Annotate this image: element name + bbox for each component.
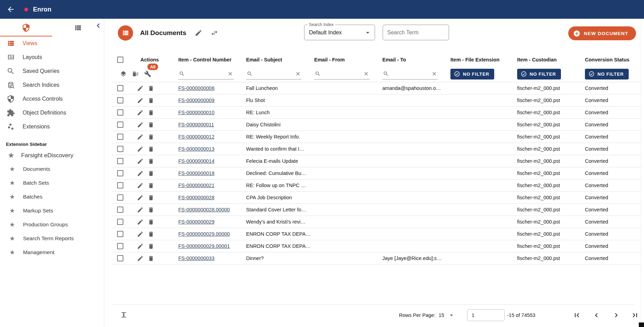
delete-row-button[interactable] [148,231,154,237]
sidebar-item-batches[interactable]: ★ Batches [0,190,104,204]
sidebar-item-production-groups[interactable]: ★ Production Groups [0,218,104,232]
search-term-input[interactable] [383,25,449,40]
edit-row-button[interactable] [137,243,144,250]
delete-row-button[interactable] [148,219,154,225]
row-checkbox[interactable] [117,170,123,176]
row-checkbox[interactable] [117,194,123,201]
edit-view-button[interactable] [195,29,202,37]
edit-row-button[interactable] [137,158,144,165]
sidebar-item-search-indices[interactable]: Search Indices [0,78,104,92]
delete-row-button[interactable] [148,146,154,152]
row-checkbox[interactable] [117,146,123,152]
control-number-link[interactable]: FS-0000000021 [178,183,214,188]
row-checkbox[interactable] [117,109,123,116]
control-number-link[interactable]: FS-0000000029.00000 [178,231,230,237]
bulk-delete-button[interactable] [132,70,139,77]
delete-row-button[interactable] [148,243,154,250]
filter-control-number[interactable] [178,68,234,79]
delete-row-button[interactable] [148,85,154,92]
switch-view-button[interactable] [211,29,218,37]
filter-email-subject[interactable] [246,68,302,79]
sidebar-item-views[interactable]: Views [0,36,104,50]
next-page-button[interactable] [612,311,620,319]
sidebar-item-farsight-ediscovery[interactable]: ★ Farsight eDiscovery [0,149,104,162]
control-number-link[interactable]: FS-0000000029.00001 [178,243,230,249]
back-button[interactable] [6,4,16,15]
sidebar-item-markup-sets[interactable]: ★ Markup Sets [0,204,104,218]
sidebar-collapse-button[interactable] [93,21,103,31]
control-number-link[interactable]: FS-0000000013 [178,146,214,152]
edit-row-button[interactable] [137,231,144,237]
sidebar-item-documents[interactable]: ★ Documents [0,162,104,176]
edit-row-button[interactable] [137,207,144,213]
last-page-button[interactable] [631,311,639,319]
edit-row-button[interactable] [137,109,144,116]
first-page-button[interactable] [573,311,581,319]
row-checkbox[interactable] [117,207,123,213]
edit-row-button[interactable] [137,134,144,140]
control-number-link[interactable]: FS-0000000008 [178,85,214,91]
filter-file-extension-button[interactable]: NO FILTER [450,69,494,79]
sidebar-item-search-term-reports[interactable]: ★ Search Term Reports [0,232,104,245]
row-checkbox[interactable] [117,121,123,128]
control-number-link[interactable]: FS-0000000028.00000 [178,207,230,212]
sidebar-item-object-definitions[interactable]: Object Definitions [0,106,104,120]
delete-row-button[interactable] [148,109,154,116]
clear-filter-icon[interactable] [363,71,369,77]
sidebar-item-access-controls[interactable]: Access Controls [0,92,104,106]
control-number-link[interactable]: FS-0000000011 [178,122,214,127]
row-checkbox[interactable] [117,182,123,188]
row-checkbox[interactable] [117,231,123,237]
filter-email-from[interactable] [314,68,370,79]
edit-row-button[interactable] [137,146,144,152]
row-checkbox[interactable] [117,85,123,91]
fit-height-button[interactable] [120,311,128,319]
page-number-input[interactable] [467,309,505,321]
edit-row-button[interactable] [137,194,144,201]
control-number-link[interactable]: FS-0000000012 [178,134,214,140]
filter-custodian-button[interactable]: NO FILTER [517,69,561,79]
scrollbar-gutter[interactable] [641,19,641,327]
tab-admin[interactable] [0,19,52,36]
row-checkbox[interactable] [117,219,123,225]
row-checkbox[interactable] [117,134,123,140]
row-checkbox[interactable] [117,158,123,164]
delete-row-button[interactable] [148,158,154,165]
delete-row-button[interactable] [148,255,154,262]
previous-page-button[interactable] [592,311,601,319]
edit-row-button[interactable] [137,97,144,104]
clear-filter-icon[interactable] [295,71,301,77]
sidebar-item-layouts[interactable]: Layouts [0,50,104,64]
control-number-link[interactable]: FS-0000000009 [178,98,214,103]
control-number-link[interactable]: FS-0000000010 [178,110,214,115]
control-number-link[interactable]: FS-0000000014 [178,158,214,164]
sidebar-item-saved-queries[interactable]: Saved Queries [0,64,104,78]
clear-filter-icon[interactable] [227,71,233,77]
sidebar-item-management[interactable]: ★ Management [0,245,104,259]
delete-row-button[interactable] [148,182,154,189]
row-checkbox[interactable] [117,243,123,249]
edit-row-button[interactable] [137,121,144,128]
bulk-tools-button[interactable] [144,70,151,77]
delete-row-button[interactable] [148,207,154,213]
delete-row-button[interactable] [148,170,154,177]
search-index-select[interactable]: Search Index Default Index [304,25,375,40]
edit-row-button[interactable] [137,170,144,177]
bulk-layers-button[interactable] [120,70,127,77]
sidebar-item-extensions[interactable]: Extensions [0,120,104,134]
delete-row-button[interactable] [148,134,154,140]
control-number-link[interactable]: FS-0000000018 [178,170,214,176]
filter-conversion-status-button[interactable]: NO FILTER [585,69,629,79]
select-all-checkbox[interactable] [117,57,123,63]
new-document-button[interactable]: NEW DOCUMENT [568,26,636,40]
delete-row-button[interactable] [148,194,154,201]
rows-per-page-dropdown[interactable] [448,311,455,319]
delete-row-button[interactable] [148,121,154,128]
row-checkbox[interactable] [117,97,123,103]
delete-row-button[interactable] [148,97,154,104]
clear-filter-icon[interactable] [431,71,437,77]
edit-row-button[interactable] [137,182,144,189]
control-number-link[interactable]: FS-0000000033 [178,255,214,261]
control-number-link[interactable]: FS-0000000028 [178,195,214,200]
rows-per-page-value[interactable]: 15 [439,312,444,318]
